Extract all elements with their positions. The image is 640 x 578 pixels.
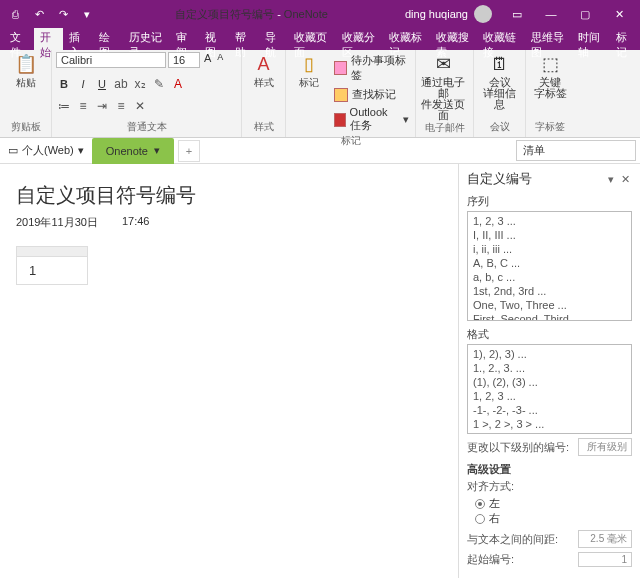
note-container[interactable]: 1 bbox=[16, 246, 88, 285]
font-name-combo[interactable]: Calibri bbox=[56, 52, 166, 68]
level-combo[interactable]: 所有级别 bbox=[578, 438, 632, 456]
list-item[interactable]: -1-, -2-, -3- ... bbox=[470, 403, 629, 417]
strike-icon[interactable]: ab bbox=[113, 76, 129, 92]
save-icon[interactable]: ⎙ bbox=[4, 3, 26, 25]
notebook-dropdown[interactable]: ▭ 个人(Web) ▾ bbox=[0, 138, 92, 164]
tab-mindmap[interactable]: 思维导图 bbox=[525, 28, 572, 50]
tab-favsearch[interactable]: 收藏搜索 bbox=[430, 28, 477, 50]
section-menu-icon: ▾ bbox=[154, 144, 160, 157]
meeting-details-button[interactable]: 🗓会议详细信息 bbox=[478, 52, 521, 110]
ribbon-tabs: 文件 开始 插入 绘图 历史记录 审阅 视图 帮助 导航 收藏页面 收藏分区 收… bbox=[0, 28, 640, 50]
start-input[interactable]: 1 bbox=[578, 552, 632, 567]
level-label: 更改以下级别的编号: bbox=[467, 440, 574, 455]
list-item[interactable]: 1st, 2nd, 3rd ... bbox=[470, 284, 629, 298]
note-text[interactable]: 1 bbox=[17, 257, 87, 284]
ribbon-display-icon[interactable]: ▭ bbox=[500, 0, 534, 28]
container-handle[interactable] bbox=[17, 247, 87, 257]
list-item[interactable]: I, II, III ... bbox=[470, 228, 629, 242]
bullets-icon[interactable]: ≔ bbox=[56, 98, 72, 114]
list-item[interactable]: i, ii, iii ... bbox=[470, 242, 629, 256]
find-tags-button[interactable]: 查找标记 bbox=[332, 86, 411, 103]
group-styles-label: 样式 bbox=[246, 120, 281, 135]
list-item[interactable]: 1), 2), 3) ... bbox=[470, 347, 629, 361]
tab-tags[interactable]: 标记 bbox=[610, 28, 640, 50]
group-keyword-label: 字标签 bbox=[530, 120, 570, 135]
list-item[interactable]: 1, 2, 3 ... bbox=[470, 214, 629, 228]
group-tags-label: 标记 bbox=[290, 134, 411, 149]
align-right-radio[interactable]: 右 bbox=[475, 511, 632, 526]
align-icon[interactable]: ≡ bbox=[113, 98, 129, 114]
panel-close-icon[interactable]: ✕ bbox=[618, 173, 632, 186]
tag-button[interactable]: ▯标记 bbox=[290, 52, 328, 88]
tab-view[interactable]: 视图 bbox=[199, 28, 229, 50]
tab-help[interactable]: 帮助 bbox=[229, 28, 259, 50]
panel-title: 自定义编号 bbox=[467, 170, 604, 188]
tab-review[interactable]: 审阅 bbox=[170, 28, 200, 50]
keyword-icon: ⬚ bbox=[536, 52, 564, 76]
clear-format-icon[interactable]: ✕ bbox=[132, 98, 148, 114]
tab-favpage[interactable]: 收藏页面 bbox=[288, 28, 335, 50]
advanced-label: 高级设置 bbox=[467, 462, 632, 477]
list-item[interactable]: A, B, C ... bbox=[470, 256, 629, 270]
maximize-icon[interactable]: ▢ bbox=[568, 0, 602, 28]
tab-timeline[interactable]: 时间轴 bbox=[572, 28, 610, 50]
tab-favlink[interactable]: 收藏链接 bbox=[477, 28, 524, 50]
undo-icon[interactable]: ↶ bbox=[28, 3, 50, 25]
avatar[interactable] bbox=[474, 5, 492, 23]
minimize-icon[interactable]: — bbox=[534, 0, 568, 28]
underline-icon[interactable]: U bbox=[94, 76, 110, 92]
highlight-icon[interactable]: ✎ bbox=[151, 76, 167, 92]
align-left-radio[interactable]: 左 bbox=[475, 496, 632, 511]
tab-favsection[interactable]: 收藏分区 bbox=[336, 28, 383, 50]
panel-menu-icon[interactable]: ▾ bbox=[604, 173, 618, 186]
list-item[interactable]: a, b, c ... bbox=[470, 270, 629, 284]
tab-nav[interactable]: 导航 bbox=[259, 28, 289, 50]
outlook-tasks-button[interactable]: Outlook 任务 ▾ bbox=[332, 105, 411, 134]
group-email-label: 电子邮件 bbox=[420, 121, 469, 136]
align-label: 对齐方式: bbox=[467, 479, 632, 494]
list-item[interactable]: One, Two, Three ... bbox=[470, 298, 629, 312]
spacing-input[interactable]: 2.5 毫米 bbox=[578, 530, 632, 548]
font-color-icon[interactable]: A bbox=[170, 76, 186, 92]
keyword-tag-button[interactable]: ⬚关键字标签 bbox=[530, 52, 570, 99]
close-icon[interactable]: ✕ bbox=[602, 0, 636, 28]
todo-tag-button[interactable]: 待办事项标签 bbox=[332, 52, 411, 84]
list-item[interactable]: 1., 2., 3. ... bbox=[470, 361, 629, 375]
tab-draw[interactable]: 绘图 bbox=[93, 28, 123, 50]
tab-home[interactable]: 开始 bbox=[34, 28, 64, 50]
ribbon: 📋粘贴 剪贴板 Calibri 16 A A B I U ab x₂ ✎ A ≔… bbox=[0, 50, 640, 138]
grow-font-icon[interactable]: A bbox=[202, 52, 213, 68]
format-listbox[interactable]: 1), 2), 3) ... 1., 2., 3. ... (1), (2), … bbox=[467, 344, 632, 434]
list-item[interactable]: 1, 2, 3 ... bbox=[470, 389, 629, 403]
notebook-icon: ▭ bbox=[8, 144, 18, 157]
group-font-label: 普通文本 bbox=[56, 120, 237, 135]
group-meeting-label: 会议 bbox=[478, 120, 521, 135]
shrink-font-icon[interactable]: A bbox=[215, 52, 225, 68]
subscript-icon[interactable]: x₂ bbox=[132, 76, 148, 92]
section-tab-active[interactable]: Onenote ▾ bbox=[92, 138, 174, 164]
page-time: 17:46 bbox=[122, 215, 150, 230]
user-name[interactable]: ding huqiang bbox=[405, 8, 468, 20]
meeting-icon: 🗓 bbox=[486, 52, 514, 76]
tab-favtag[interactable]: 收藏标记 bbox=[383, 28, 430, 50]
tab-file[interactable]: 文件 bbox=[4, 28, 34, 50]
tag-icon: ▯ bbox=[295, 52, 323, 76]
italic-icon[interactable]: I bbox=[75, 76, 91, 92]
redo-icon[interactable]: ↷ bbox=[52, 3, 74, 25]
bold-icon[interactable]: B bbox=[56, 76, 72, 92]
tab-history[interactable]: 历史记录 bbox=[123, 28, 170, 50]
indent-icon[interactable]: ⇥ bbox=[94, 98, 110, 114]
tab-insert[interactable]: 插入 bbox=[63, 28, 93, 50]
qat-dropdown-icon[interactable]: ▾ bbox=[76, 3, 98, 25]
styles-button[interactable]: A样式 bbox=[246, 52, 281, 88]
add-section-button[interactable]: + bbox=[178, 140, 200, 162]
list-item[interactable]: First, Second, Third ... bbox=[470, 312, 629, 321]
search-input[interactable]: 清单 bbox=[516, 140, 636, 161]
sequence-listbox[interactable]: 1, 2, 3 ... I, II, III ... i, ii, iii ..… bbox=[467, 211, 632, 321]
font-size-combo[interactable]: 16 bbox=[168, 52, 200, 68]
paste-button[interactable]: 📋粘贴 bbox=[4, 52, 47, 88]
list-item[interactable]: (1), (2), (3) ... bbox=[470, 375, 629, 389]
email-page-button[interactable]: ✉通过电子邮件发送页面 bbox=[420, 52, 466, 121]
numbering-icon[interactable]: ≡ bbox=[75, 98, 91, 114]
list-item[interactable]: 1 >, 2 >, 3 > ... bbox=[470, 417, 629, 431]
